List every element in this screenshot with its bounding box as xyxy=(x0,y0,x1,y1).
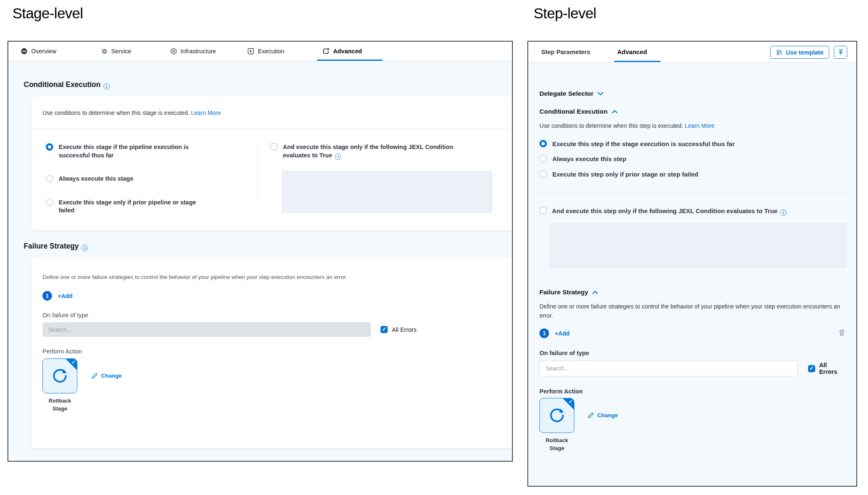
tab-advanced[interactable]: Advanced xyxy=(617,42,647,62)
tab-service[interactable]: ⚙ Service xyxy=(101,42,131,61)
conditional-execution-description: Use conditions to determine when this st… xyxy=(539,122,846,129)
radio-option-always[interactable]: Always execute this stage xyxy=(46,175,257,183)
radio-option-always[interactable]: Always execute this step xyxy=(539,155,846,163)
jexl-condition-input[interactable] xyxy=(550,224,846,268)
tab-overview[interactable]: Overview xyxy=(21,42,56,61)
execution-condition-options: Execute this step if the stage execution… xyxy=(539,140,846,179)
conditional-execution-card: Use conditions to determine when this st… xyxy=(32,97,512,230)
all-errors-checkbox-row[interactable]: All Errors xyxy=(381,326,417,333)
tab-infrastructure[interactable]: Infrastructure xyxy=(171,42,216,61)
failure-type-row: All Errors xyxy=(42,322,500,337)
info-icon[interactable]: i xyxy=(780,209,786,216)
add-strategy-button[interactable]: +Add xyxy=(555,330,569,337)
all-errors-checkbox-row[interactable]: All Errors xyxy=(808,362,846,375)
checkbox-checked-icon[interactable] xyxy=(808,365,815,372)
step-tabbar: Step Parameters Advanced Use template xyxy=(528,42,856,62)
use-template-button[interactable]: Use template xyxy=(770,46,829,59)
radio-option-failed[interactable]: Execute this step only if prior stage or… xyxy=(539,170,846,179)
failure-type-search-input[interactable] xyxy=(42,322,371,337)
overview-icon xyxy=(21,48,27,55)
jexl-checkbox-row[interactable]: And execute this stage only if the follo… xyxy=(270,143,512,160)
play-icon xyxy=(247,48,254,55)
chevron-up-icon xyxy=(592,291,598,294)
check-icon: ✓ xyxy=(569,399,573,405)
conditional-execution-description: Use conditions to determine when this st… xyxy=(32,97,512,129)
step-advanced-content: Delegate Selector Conditional Execution … xyxy=(528,90,856,453)
failure-strategy-heading: Failure Strategyi xyxy=(24,242,512,251)
step-panel: Step Parameters Advanced Use template De… xyxy=(527,41,857,487)
tab-step-parameters[interactable]: Step Parameters xyxy=(541,42,590,62)
conditional-execution-body: Execute this stage if the pipeline execu… xyxy=(32,129,512,215)
info-icon[interactable]: i xyxy=(82,245,88,251)
horizontal-divider xyxy=(539,193,846,194)
failure-type-search-input[interactable] xyxy=(539,361,798,376)
failure-strategy-card: Define one or more failure strategies to… xyxy=(32,257,512,448)
perform-action-label: Perform Action xyxy=(42,348,500,355)
radio-icon[interactable] xyxy=(539,155,547,162)
advanced-icon xyxy=(323,48,329,55)
jexl-condition-section: And execute this stage only if the follo… xyxy=(257,143,512,215)
perform-action-row: ✓ Rollback Stage Change xyxy=(42,358,500,413)
rollback-stage-tile[interactable]: ✓ xyxy=(42,358,77,393)
radio-selected-icon[interactable] xyxy=(46,143,53,151)
jexl-condition-input[interactable] xyxy=(282,171,492,213)
radio-option-success[interactable]: Execute this stage if the pipeline execu… xyxy=(46,143,257,159)
on-failure-label: On failure of type xyxy=(539,350,846,356)
active-tab-underline xyxy=(317,60,383,61)
step-level-title: Step-level xyxy=(534,5,596,22)
rollback-stage-label: Rollback Stage xyxy=(42,397,77,413)
chevron-up-icon xyxy=(612,110,618,114)
radio-icon[interactable] xyxy=(46,199,53,206)
delete-strategy-icon[interactable] xyxy=(838,329,845,338)
learn-more-link[interactable]: Learn More xyxy=(191,109,221,116)
add-strategy-button[interactable]: +Add xyxy=(58,293,72,299)
delegate-selector-toggle[interactable]: Delegate Selector xyxy=(539,90,846,97)
pencil-icon xyxy=(587,412,594,419)
rollback-stage-label: Rollback Stage xyxy=(539,437,574,453)
active-tab-underline xyxy=(614,61,660,62)
conditional-execution-toggle[interactable]: Conditional Execution xyxy=(539,108,846,115)
hexagon-icon xyxy=(171,48,177,55)
perform-action-label: Perform Action xyxy=(539,388,846,395)
strategy-count-badge[interactable]: 1 xyxy=(539,328,549,338)
stage-advanced-content: Conditional Executioni Use conditions to… xyxy=(8,80,512,448)
checkbox-icon[interactable] xyxy=(539,207,547,214)
template-library-icon xyxy=(776,49,783,56)
on-failure-label: On failure of type xyxy=(42,312,500,318)
jexl-checkbox-row[interactable]: And execute this step only if the follow… xyxy=(539,207,846,216)
failure-strategy-description: Define one or more failure strategies to… xyxy=(42,274,500,280)
conditional-execution-heading: Conditional Executioni xyxy=(24,80,512,90)
chevron-down-icon xyxy=(598,92,603,96)
radio-option-failed[interactable]: Execute this stage only if prior pipelin… xyxy=(46,199,257,215)
strategy-count-badge[interactable]: 1 xyxy=(42,291,52,301)
tab-execution[interactable]: Execution xyxy=(247,42,284,61)
change-action-link[interactable]: Change xyxy=(587,412,618,419)
change-action-link[interactable]: Change xyxy=(91,372,122,379)
info-icon[interactable]: i xyxy=(104,83,110,90)
rollback-stage-tile[interactable]: ✓ xyxy=(539,398,574,433)
stage-level-title: Stage-level xyxy=(12,5,83,22)
checkbox-checked-icon[interactable] xyxy=(381,326,388,333)
check-icon: ✓ xyxy=(72,359,76,365)
radio-option-success[interactable]: Execute this step if the stage execution… xyxy=(539,140,846,148)
gear-icon: ⚙ xyxy=(101,47,107,55)
radio-selected-icon[interactable] xyxy=(539,140,547,147)
page: Stage-level Step-level Overview ⚙ Servic… xyxy=(0,0,868,495)
failure-strategy-toggle[interactable]: Failure Strategy xyxy=(539,289,846,296)
perform-action-row: ✓ Rollback Stage Change xyxy=(539,398,846,453)
header-actions: Use template xyxy=(770,46,847,59)
strategy-badge-row: 1 +Add xyxy=(42,291,500,301)
stage-tabbar: Overview ⚙ Service Infrastructure Execut… xyxy=(8,42,512,61)
checkbox-icon[interactable] xyxy=(270,143,277,150)
stage-panel: Overview ⚙ Service Infrastructure Execut… xyxy=(7,41,513,462)
failure-type-row: All Errors xyxy=(539,361,846,376)
pencil-icon xyxy=(91,372,98,379)
info-icon[interactable]: i xyxy=(335,154,341,160)
radio-icon[interactable] xyxy=(46,175,53,182)
strategy-badge-row: 1 +Add xyxy=(539,328,846,338)
tab-advanced[interactable]: Advanced xyxy=(323,42,362,61)
radio-icon[interactable] xyxy=(539,170,547,178)
learn-more-link[interactable]: Learn More xyxy=(685,122,715,129)
failure-strategy-description: Define one or more failure strategies to… xyxy=(539,302,841,320)
save-as-template-button[interactable] xyxy=(834,46,847,59)
